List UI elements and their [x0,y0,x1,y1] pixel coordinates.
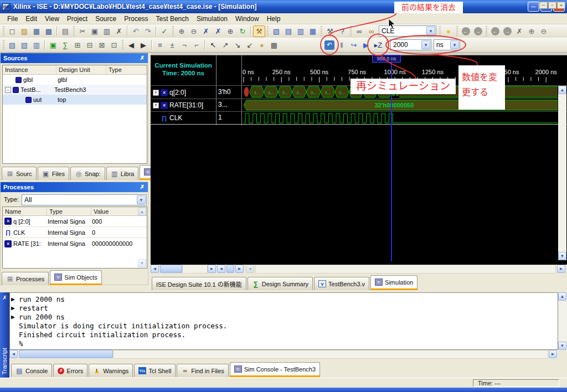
new-source-button[interactable]: ▨ [6,39,18,51]
tree-row-testbench[interactable]: - TestB... TestBench3 [3,85,147,95]
marker-4-button[interactable]: ⌐ [190,39,203,51]
pointer-select-button[interactable]: ↖ [207,39,219,51]
scroll-right-icon[interactable]: ► [549,350,557,358]
scroll-down-icon[interactable]: ▼ [558,252,566,260]
arrange-windows-button[interactable]: ▦ [307,25,319,37]
redo-button[interactable]: ↷ [142,25,154,37]
bottom-tab-warnings[interactable]: ▲!Warnings [89,364,133,377]
tab-sourc[interactable]: ⊞Sourc [2,167,37,180]
column-header-type[interactable]: Type [47,207,91,215]
scroll-right-icon[interactable]: ► [235,265,244,273]
zoom-in-button[interactable]: ⊕ [176,25,188,37]
cascade-windows-button[interactable]: ▧ [270,25,282,37]
chevron-down-icon[interactable]: ▾ [137,195,146,204]
scroll-down-icon[interactable]: ▼ [138,259,146,267]
scroll-up-icon[interactable]: ▲ [558,86,566,94]
sources-close-icon[interactable]: ✗ [138,54,146,62]
minimize-button[interactable]: ─ [528,2,539,12]
menu-test-bench[interactable]: Test Bench [152,14,193,24]
sim-unit-combo[interactable]: ns▾ [434,39,460,50]
search-dropdown-button[interactable]: ▾ [426,27,435,35]
save-all-button[interactable]: ▩ [43,25,55,37]
scroll-up-icon[interactable]: ▲ [138,208,146,216]
transcript-close-icon[interactable]: ✗ [1,294,8,301]
scroll-left-icon[interactable]: ◄ [246,265,254,273]
tab-sim-objects[interactable]: ≈Sim Objects [50,270,101,285]
check-syntax-button[interactable]: ✓ [158,25,171,37]
tree-row-glbl[interactable]: glbl glbl [3,75,147,85]
restart-button[interactable]: ↶ [323,39,336,51]
scrollbar-thumb[interactable] [226,265,234,273]
scrollbar-thumb[interactable] [160,265,182,273]
scroll-down-icon[interactable]: ▼ [558,342,566,350]
bottom-tab-errors[interactable]: ✗Errors [53,364,87,377]
scroll-up-icon[interactable]: ▲ [558,292,566,301]
nav-back-button[interactable]: ← [489,25,501,37]
menu-view[interactable]: View [41,14,63,24]
zoom-in-alt-button[interactable]: ⊕ [525,25,538,37]
menu-help[interactable]: Help [263,14,285,24]
doc-tab-design-summary[interactable]: ∑Design Summary [248,277,313,290]
column-header-instance[interactable]: Instance [3,65,56,74]
menu-window[interactable]: Window [231,14,263,24]
implement-chip-button[interactable]: ▣ [47,39,59,51]
paste-button[interactable]: ▥ [101,25,113,37]
sim-console-output[interactable]: ▶run 2000 ns▶restart▶run 2000 nsSimulato… [9,292,558,350]
tab-files[interactable]: ▣Files [38,167,69,180]
scroll-left-icon[interactable]: ◄ [151,265,159,273]
search-combo[interactable]: CLE▾ [379,25,436,37]
chip-update-button[interactable]: ⊡ [108,39,120,51]
nav-forward-button[interactable]: → [501,25,513,37]
column-divider[interactable] [216,55,217,125]
menu-simulation[interactable]: Simulation [193,14,231,24]
doc-tab-simulation[interactable]: ≈Simulation [370,275,417,290]
bottom-tab-sim-console-testbench3[interactable]: ≈Sim Console - TestBench3 [230,362,320,377]
tile-horizontal-button[interactable]: ▤ [282,25,295,37]
wave-zoom-x-button[interactable]: ▩ [268,39,280,51]
summary-sigma-button[interactable]: ∑ [59,39,71,51]
next-marker-button[interactable]: ▶ [137,39,150,51]
implement-hammer-button[interactable]: ⚒ [253,25,265,37]
step-sim-button[interactable]: ↪ [348,39,360,51]
processes-close-icon[interactable]: ✗ [138,183,146,191]
tile-vertical-button[interactable]: ▥ [295,25,307,37]
measure-pct-2-button[interactable]: ↘ [231,39,244,51]
pause-sim-button[interactable]: ‖ [336,39,348,51]
undo-button[interactable]: ↶ [130,25,142,37]
mdi-close-button[interactable]: × [557,2,565,9]
menu-edit[interactable]: Edit [22,14,41,24]
type-filter-combo[interactable]: All ▾ [22,194,147,205]
pan-hand-button[interactable]: ● [256,39,268,51]
zoom-area-button[interactable]: ⊕ [224,25,236,37]
sim-object-row-q[interactable]: ✕ q [2:0] Internal Signa 000 [3,216,147,227]
scrollbar-thumb[interactable] [19,350,113,358]
cut-button[interactable]: ✂ [76,25,89,37]
signal-row-rate[interactable]: + ✕ RATE[31:0] [151,99,216,111]
open-folder-button[interactable]: ▨ [18,25,30,37]
expand-icon[interactable]: + [153,90,159,96]
zoom-out-button[interactable]: ⊖ [188,25,200,37]
tab-processes[interactable]: ⊞Processes [2,272,49,285]
bottom-tab-tcl-shell[interactable]: TCLTcl Shell [134,364,176,377]
customize-button[interactable]: ⚒ [324,25,336,37]
signal-row-q[interactable]: + ✕ q[2:0] [151,86,216,99]
scroll-right-icon[interactable]: ► [557,265,565,273]
chip-constraints-button[interactable]: ⊞ [71,39,84,51]
scroll-left-icon[interactable]: ◄ [217,265,225,273]
signal-row-clk[interactable]: ∏ CLK [151,112,216,124]
sim-object-row-clk[interactable]: ∏ CLK Internal Signa 0 [3,227,147,238]
bottom-tab-console[interactable]: ▤Console [11,364,52,377]
zoom-fit-button[interactable]: ✗ [212,25,224,37]
waveform-vertical-scrollbar[interactable]: ▲ ▼ [558,86,566,260]
tab-libra[interactable]: ▥Libra [106,167,138,180]
view-source-button[interactable]: ▥ [30,39,43,51]
sim-time-dropdown-button[interactable]: ▾ [421,40,430,49]
marker-3-button[interactable]: ¬ [178,39,190,51]
scroll-right-icon[interactable]: ► [208,265,216,273]
sim-object-row-rate[interactable]: ✕ RATE [31: Internal Signa 000000000000 [3,238,147,249]
history-forward-button[interactable]: → [472,25,484,37]
chip-assign-button[interactable]: ⊟ [84,39,96,51]
column-header-type[interactable]: Type [106,65,145,74]
edit-source-button[interactable]: ▧ [18,39,30,51]
bottom-tab-find-in-files[interactable]: ∞Find in Files [177,364,228,377]
